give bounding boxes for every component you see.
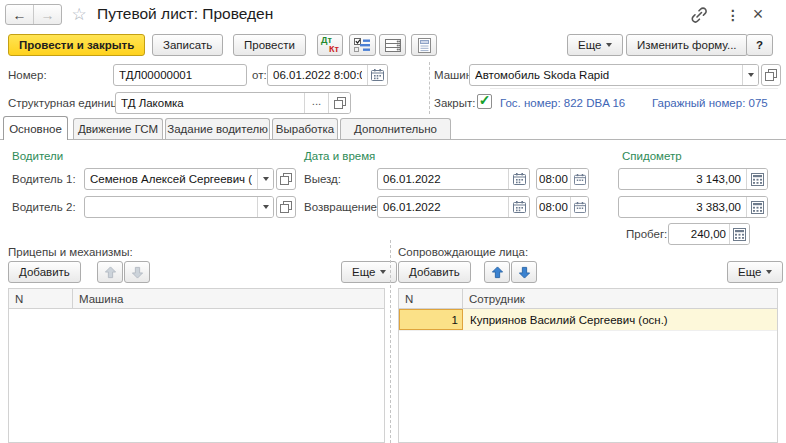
change-form-button[interactable]: Изменить форму... — [626, 34, 748, 56]
car-dropdown-button[interactable] — [742, 65, 758, 85]
favorite-star-button[interactable]: ☆ — [69, 3, 89, 25]
help-button[interactable]: ? — [746, 34, 773, 56]
driver1-label: Водитель 1: — [12, 173, 76, 185]
trailers-move-down-button[interactable] — [124, 261, 150, 283]
back-button[interactable]: ← — [6, 5, 33, 24]
tab-additional[interactable]: Дополнительно — [340, 118, 451, 139]
mileage-label: Пробег: — [626, 228, 667, 240]
driver1-select-input[interactable] — [85, 169, 257, 189]
return-time-input[interactable] — [537, 197, 570, 217]
car-open-button[interactable] — [761, 64, 781, 86]
companions-move-up-button[interactable] — [484, 261, 510, 283]
employee-cell[interactable]: Куприянов Василий Сергеевич (осн.) — [463, 309, 777, 330]
driver2-select-field — [84, 196, 274, 218]
forward-arrow-icon: → — [41, 7, 55, 23]
odometer-start-input[interactable] — [619, 169, 746, 189]
calculator-icon — [751, 201, 764, 214]
companions-table[interactable]: N Сотрудник 1 Куприянов Василий Сергееви… — [398, 288, 778, 443]
trailers-more-button[interactable]: Еще — [341, 261, 397, 283]
structural-unit-input[interactable] — [116, 93, 304, 113]
chevron-down-icon — [606, 43, 612, 47]
close-icon: × — [753, 4, 764, 25]
companions-column-n[interactable]: N — [399, 289, 463, 308]
driver2-select-input[interactable] — [85, 197, 257, 217]
tab-output[interactable]: Выработка — [272, 118, 338, 139]
trailers-column-car[interactable]: Машина — [73, 289, 384, 308]
companion-row[interactable]: 1 Куприянов Василий Сергеевич (осн.) — [399, 309, 777, 331]
closed-checkbox[interactable]: ✓ — [477, 94, 492, 109]
companions-column-employee[interactable]: Сотрудник — [463, 289, 777, 308]
waybill-window: { "titlebar": { "title": "Путевой лист: … — [0, 0, 786, 443]
tables-splitter[interactable] — [390, 240, 391, 443]
odometer-end-calc-button[interactable] — [746, 197, 767, 217]
depart-label: Выезд: — [304, 173, 341, 185]
datetime-section-title: Дата и время — [304, 150, 375, 162]
companions-more-label: Еще — [738, 266, 761, 278]
depart-date-input[interactable] — [378, 169, 508, 189]
trailers-add-button[interactable]: Добавить — [8, 261, 81, 283]
return-date-input[interactable] — [378, 197, 508, 217]
companions-more-button[interactable]: Еще — [727, 261, 783, 283]
trailers-move-up-button[interactable] — [97, 261, 123, 283]
toolbar-more-label: Еще — [578, 39, 601, 51]
garage-number-link[interactable]: Гаражный номер: 075 — [652, 97, 768, 109]
car-select-input[interactable] — [470, 65, 742, 85]
depart-date-picker-button[interactable] — [508, 169, 529, 189]
dt-kt-icon: ДтКт — [318, 36, 342, 54]
tab-fuel-movement[interactable]: Движение ГСМ — [73, 118, 163, 139]
get-link-button[interactable] — [688, 4, 710, 26]
document-date-input[interactable] — [268, 65, 367, 85]
mileage-input[interactable] — [669, 224, 729, 244]
checklist-icon — [354, 37, 371, 53]
depart-time-picker-button[interactable] — [570, 169, 588, 189]
driver2-dropdown-button[interactable] — [257, 197, 273, 217]
return-date-picker-button[interactable] — [508, 197, 529, 217]
mileage-calc-button[interactable] — [729, 224, 749, 244]
trailers-table-header: N Машина — [9, 289, 384, 309]
return-time-field — [536, 196, 589, 218]
star-icon: ☆ — [71, 4, 86, 25]
driver2-open-button[interactable] — [276, 196, 296, 218]
post-button[interactable]: Провести — [233, 34, 306, 56]
post-and-close-button[interactable]: Провести и закрыть — [8, 34, 145, 56]
number-input[interactable] — [114, 65, 246, 85]
structural-unit-open-button[interactable] — [328, 93, 350, 113]
state-number-link[interactable]: Гос. номер: 822 DBA 16 — [500, 97, 625, 109]
tab-driver-task[interactable]: Задание водителю — [165, 118, 270, 139]
odometer-section-title: Спидометр — [622, 150, 682, 162]
driver1-open-button[interactable] — [276, 168, 296, 190]
arrow-up-icon — [491, 266, 504, 279]
open-form-icon — [765, 69, 777, 81]
companions-move-down-button[interactable] — [511, 261, 537, 283]
closed-label: Закрыт: — [434, 97, 476, 109]
window-menu-button[interactable]: ⋮ — [724, 4, 742, 26]
arrow-up-icon — [104, 266, 117, 279]
forward-button[interactable]: → — [33, 5, 61, 24]
odometer-end-input[interactable] — [619, 197, 746, 217]
dt-kt-register-button[interactable]: ДтКт — [317, 34, 343, 56]
calendar-icon — [513, 201, 526, 213]
date-label: от: — [252, 69, 267, 81]
trailers-table[interactable]: N Машина — [8, 288, 385, 443]
mileage-field — [668, 223, 750, 245]
document-report-button[interactable] — [411, 34, 437, 56]
return-date-field — [377, 196, 530, 218]
depart-time-input[interactable] — [537, 169, 570, 189]
register-records-button[interactable] — [379, 34, 406, 56]
save-button[interactable]: Записать — [152, 34, 223, 56]
date-picker-button[interactable] — [367, 65, 387, 85]
return-time-picker-button[interactable] — [570, 197, 588, 217]
odometer-start-calc-button[interactable] — [746, 169, 767, 189]
driver1-dropdown-button[interactable] — [257, 169, 273, 189]
header-splitter[interactable] — [429, 62, 430, 114]
companions-add-button[interactable]: Добавить — [398, 261, 471, 283]
document-structure-button[interactable] — [349, 34, 376, 56]
toolbar-more-button[interactable]: Еще — [567, 34, 623, 56]
row-number-cell[interactable]: 1 — [399, 309, 463, 330]
structural-unit-select-button[interactable]: ... — [304, 93, 328, 113]
tab-main[interactable]: Основное — [3, 116, 68, 140]
page-title: Путевой лист: Проведен — [97, 5, 273, 23]
calendar-icon — [513, 173, 526, 185]
close-button[interactable]: × — [748, 3, 768, 25]
trailers-column-n[interactable]: N — [9, 289, 73, 308]
